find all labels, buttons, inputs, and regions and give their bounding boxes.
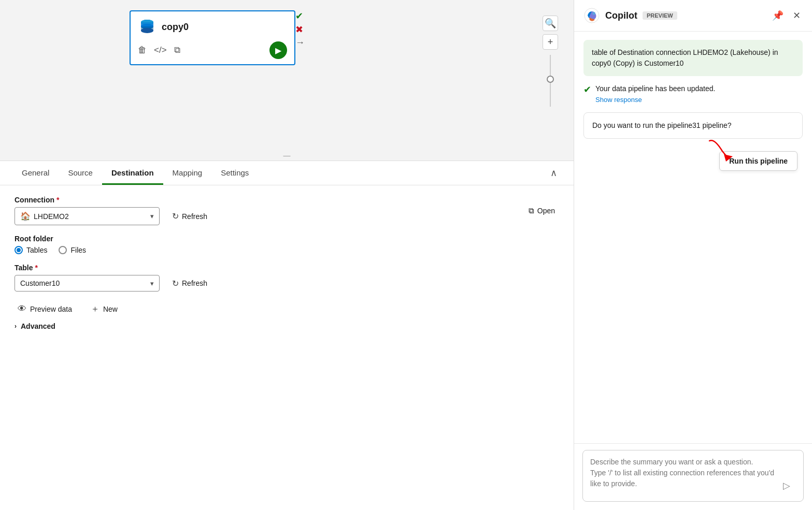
- copilot-title: Copilot: [605, 10, 637, 21]
- search-zoom-button[interactable]: 🔍: [543, 16, 558, 31]
- run-button-area: Run this pipeline: [583, 151, 803, 171]
- config-panel: General Source Destination Mapping Setti…: [0, 161, 574, 510]
- tab-general[interactable]: General: [12, 161, 59, 185]
- show-response-link[interactable]: Show response: [595, 96, 642, 104]
- status-x-icon: ✖: [295, 24, 305, 35]
- table-refresh-button[interactable]: ↻ Refresh: [168, 276, 211, 290]
- run-node-button[interactable]: ▶: [269, 41, 287, 59]
- copilot-input-wrapper: ▷: [582, 450, 804, 504]
- tab-destination[interactable]: Destination: [102, 161, 163, 185]
- external-link-icon: ⧉: [529, 206, 534, 215]
- table-input-row: Customer10 ▾ ↻ Refresh: [15, 275, 559, 292]
- copilot-question-bubble: Do you want to run the pipeline31 pipeli…: [583, 112, 803, 139]
- send-button[interactable]: ▷: [783, 480, 790, 491]
- advanced-row[interactable]: › Advanced: [15, 322, 559, 330]
- connection-input-row: 🏠 LHDEMO2 ▾ ↻ Refresh: [15, 207, 516, 225]
- pipeline-node: copy0 🗑 </> ⧉ ▶: [130, 10, 295, 65]
- chevron-down-icon: ▾: [150, 212, 154, 220]
- copilot-header: Copilot PREVIEW 📌 ✕: [574, 0, 812, 32]
- status-check-icon: ✔: [295, 10, 305, 22]
- node-status: ✔ ✖ →: [295, 10, 305, 48]
- copilot-info-bubble: table of Destination connection LHDEMO2 …: [583, 40, 803, 76]
- node-title: copy0: [162, 22, 189, 33]
- radio-files-circle: [59, 246, 67, 254]
- panel-resize-handle[interactable]: —: [0, 150, 574, 161]
- left-panel: copy0 🗑 </> ⧉ ▶ ✔ ✖ → 🔍 +: [0, 0, 574, 510]
- root-folder-radio-group: Tables Files: [15, 246, 559, 254]
- table-dropdown[interactable]: Customer10 ▾: [15, 275, 160, 292]
- node-header: copy0: [138, 18, 287, 36]
- connection-dropdown-value: LHDEMO2: [34, 212, 150, 221]
- svg-point-5: [141, 28, 153, 33]
- tab-source[interactable]: Source: [59, 161, 102, 185]
- table-field-group: Table * Customer10 ▾ ↻ Refresh: [15, 264, 559, 292]
- red-arrow-icon: [704, 136, 735, 162]
- svg-marker-8: [724, 154, 733, 162]
- chevron-right-icon: ›: [15, 323, 17, 330]
- close-button[interactable]: ✕: [791, 8, 803, 23]
- tab-settings[interactable]: Settings: [211, 161, 258, 185]
- connection-dropdown[interactable]: 🏠 LHDEMO2 ▾: [15, 207, 160, 225]
- arrow-indicator: [704, 136, 735, 164]
- root-folder-label: Root folder: [15, 235, 559, 243]
- preview-icon: 👁: [18, 304, 26, 314]
- table-refresh-icon: ↻: [172, 279, 179, 288]
- delete-icon[interactable]: 🗑: [138, 45, 147, 55]
- node-actions: 🗑 </> ⧉ ▶: [138, 41, 287, 59]
- refresh-icon: ↻: [172, 211, 179, 221]
- connection-label: Connection *: [15, 196, 516, 204]
- root-folder-field-group: Root folder Tables Files: [15, 235, 559, 254]
- connection-field-row: Connection * 🏠 LHDEMO2 ▾ ↻ Refresh: [15, 196, 559, 225]
- table-required-star: *: [35, 264, 38, 272]
- code-icon[interactable]: </>: [154, 45, 167, 55]
- table-dropdown-value: Customer10: [20, 279, 150, 287]
- open-button[interactable]: ⧉ Open: [524, 204, 559, 217]
- lakehouse-icon: 🏠: [20, 211, 31, 221]
- table-label: Table *: [15, 264, 559, 272]
- zoom-slider-track: [550, 55, 551, 107]
- connection-field-group: Connection * 🏠 LHDEMO2 ▾ ↻ Refresh: [15, 196, 559, 225]
- copilot-messages: table of Destination connection LHDEMO2 …: [574, 32, 812, 443]
- copilot-logo-icon: [583, 7, 600, 24]
- update-notice-text: Your data pipeline has been updated. Sho…: [595, 83, 715, 105]
- copy-activity-icon: [138, 18, 156, 36]
- copilot-update-notice: ✔ Your data pipeline has been updated. S…: [583, 83, 803, 105]
- required-star: *: [56, 196, 59, 204]
- pin-button[interactable]: 📌: [770, 8, 786, 23]
- radio-files[interactable]: Files: [59, 246, 86, 254]
- copilot-preview-badge: PREVIEW: [643, 11, 677, 20]
- copilot-panel: Copilot PREVIEW 📌 ✕ table of Destination…: [574, 0, 812, 510]
- success-check-icon: ✔: [583, 84, 591, 95]
- canvas-area: copy0 🗑 </> ⧉ ▶ ✔ ✖ → 🔍 +: [0, 0, 574, 150]
- tabs-row: General Source Destination Mapping Setti…: [0, 161, 574, 185]
- copy-icon[interactable]: ⧉: [174, 45, 180, 55]
- status-arrow-icon: →: [295, 37, 305, 48]
- action-row: 👁 Preview data ＋ New: [15, 301, 559, 317]
- svg-point-7: [592, 12, 595, 15]
- connection-refresh-button[interactable]: ↻ Refresh: [168, 209, 211, 223]
- run-arrow-icon: ▶: [275, 46, 281, 55]
- tab-mapping[interactable]: Mapping: [163, 161, 212, 185]
- plus-icon: ＋: [91, 303, 99, 315]
- copilot-input-area: ▷: [574, 443, 812, 510]
- config-body: Connection * 🏠 LHDEMO2 ▾ ↻ Refresh: [0, 185, 574, 341]
- radio-tables-circle: [15, 246, 23, 254]
- radio-tables[interactable]: Tables: [15, 246, 47, 254]
- zoom-slider-thumb[interactable]: [547, 76, 554, 83]
- copilot-input-field[interactable]: [582, 450, 804, 502]
- table-chevron-down-icon: ▾: [150, 280, 154, 287]
- zoom-in-button[interactable]: +: [543, 34, 558, 50]
- zoom-controls: 🔍 +: [543, 16, 558, 109]
- collapse-panel-button[interactable]: ∧: [546, 163, 561, 183]
- node-action-icons: 🗑 </> ⧉: [138, 45, 180, 55]
- copilot-header-actions: 📌 ✕: [770, 8, 803, 23]
- preview-data-button[interactable]: 👁 Preview data: [15, 302, 75, 316]
- new-button[interactable]: ＋ New: [88, 301, 121, 317]
